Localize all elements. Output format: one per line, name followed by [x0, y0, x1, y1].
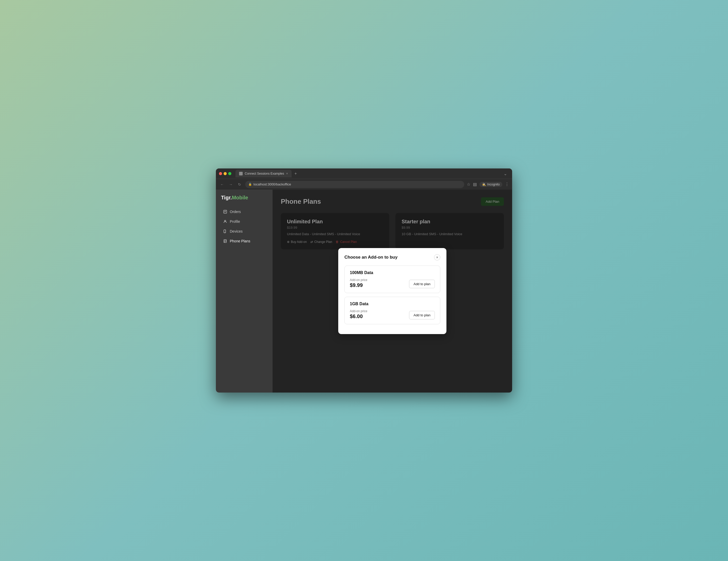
- addon-card-100mb: 100MB Data Add-on price $9.99 Add to pla…: [344, 266, 440, 293]
- addon-name-100mb: 100MB Data: [350, 270, 435, 275]
- modal-close-button[interactable]: ×: [434, 254, 440, 260]
- nav-refresh-button[interactable]: ↻: [236, 181, 243, 188]
- sidebar-item-devices[interactable]: Devices: [218, 227, 270, 236]
- address-text: localhost:3000/backoffice: [253, 182, 291, 186]
- tab-title: Connect Sessions Examples: [245, 172, 284, 175]
- new-tab-button[interactable]: +: [293, 171, 299, 177]
- incognito-label: Incognito: [487, 183, 500, 186]
- sidebar-item-orders-label: Orders: [230, 210, 241, 214]
- add-to-plan-button-1gb[interactable]: Add to plan: [409, 311, 435, 319]
- minimize-traffic-light[interactable]: [224, 172, 227, 175]
- addressbar-actions: ☆ ▤ 🕵 Incognito ⋮: [467, 182, 509, 187]
- sidebar: Tigr.Mobile Orders: [216, 190, 273, 393]
- sidebar-item-profile[interactable]: Profile: [218, 217, 270, 226]
- maximize-traffic-light[interactable]: [228, 172, 231, 175]
- browser-window: Connect Sessions Examples × + ⌄ ← → ↻ 🔒 …: [216, 168, 512, 393]
- sidebar-item-profile-label: Profile: [230, 219, 240, 224]
- address-bar[interactable]: 🔒 localhost:3000/backoffice: [245, 181, 464, 188]
- addon-name-1gb: 1GB Data: [350, 302, 435, 306]
- bookmark-button[interactable]: ☆: [467, 182, 470, 187]
- devices-icon: [223, 229, 227, 233]
- sidebar-item-orders[interactable]: Orders: [218, 207, 270, 216]
- incognito-badge: 🕵 Incognito: [479, 182, 502, 187]
- sidebar-item-devices-label: Devices: [230, 229, 243, 233]
- brand-mobile: Mobile: [232, 195, 248, 200]
- svg-point-5: [225, 232, 225, 233]
- addon-price-info-100mb: Add-on price $9.99: [350, 278, 367, 288]
- profile-icon: [223, 219, 227, 224]
- svg-rect-0: [224, 210, 227, 213]
- modal-title: Choose an Add-on to buy: [344, 255, 397, 260]
- nav-forward-button[interactable]: →: [228, 181, 234, 188]
- nav-back-button[interactable]: ←: [219, 181, 225, 188]
- addon-price-row-100mb: Add-on price $9.99 Add to plan: [350, 278, 435, 288]
- app-content: Tigr.Mobile Orders: [216, 190, 512, 393]
- sidebar-item-phone-plans[interactable]: Phone Plans: [218, 236, 270, 246]
- close-traffic-light[interactable]: [219, 172, 222, 175]
- main-content: Phone Plans Add Plan Unlimited Plan $19.…: [273, 190, 512, 393]
- more-options-button[interactable]: ⋮: [505, 182, 509, 187]
- brand-tigr: Tigr.: [221, 195, 232, 200]
- browser-addressbar: ← → ↻ 🔒 localhost:3000/backoffice ☆ ▤ 🕵 …: [216, 179, 512, 190]
- traffic-lights: [219, 172, 231, 175]
- modal-overlay[interactable]: Choose an Add-on to buy × 100MB Data Add…: [273, 190, 512, 393]
- addon-modal: Choose an Add-on to buy × 100MB Data Add…: [338, 248, 446, 334]
- phone-plans-icon: [223, 239, 227, 243]
- addon-price-value-100mb: $9.99: [350, 282, 367, 288]
- orders-icon: [223, 210, 227, 214]
- browser-titlebar: Connect Sessions Examples × + ⌄: [216, 168, 512, 179]
- sidebar-item-phone-plans-label: Phone Plans: [230, 239, 250, 243]
- lock-icon: 🔒: [248, 183, 252, 186]
- reader-button[interactable]: ▤: [473, 182, 477, 187]
- modal-header: Choose an Add-on to buy ×: [344, 254, 440, 260]
- addon-price-label-1gb: Add-on price: [350, 309, 367, 313]
- addon-price-value-1gb: $6.00: [350, 313, 367, 319]
- add-to-plan-button-100mb[interactable]: Add to plan: [409, 280, 435, 288]
- brand-logo: Tigr.Mobile: [216, 195, 273, 207]
- browser-tab[interactable]: Connect Sessions Examples ×: [235, 170, 292, 177]
- tab-bar: Connect Sessions Examples × +: [235, 170, 500, 177]
- tab-favicon: [239, 172, 243, 175]
- addon-card-1gb: 1GB Data Add-on price $6.00 Add to plan: [344, 297, 440, 324]
- addon-price-label-100mb: Add-on price: [350, 278, 367, 282]
- addon-price-info-1gb: Add-on price $6.00: [350, 309, 367, 319]
- addon-price-row-1gb: Add-on price $6.00 Add to plan: [350, 309, 435, 319]
- tab-close-button[interactable]: ×: [286, 172, 288, 175]
- tab-more-button[interactable]: ⌄: [502, 170, 509, 177]
- incognito-icon: 🕵: [482, 183, 486, 186]
